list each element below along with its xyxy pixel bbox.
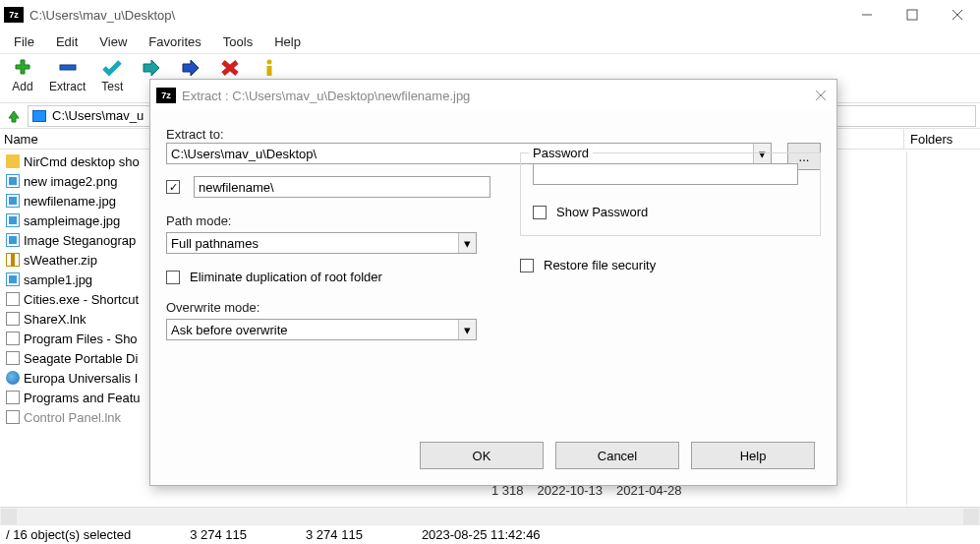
chevron-down-icon[interactable]: ▾: [458, 233, 476, 253]
overwrite-mode-value: Ask before overwrite: [171, 323, 288, 337]
lnk-icon: [6, 292, 20, 306]
password-fieldset: Password Show Password: [520, 152, 821, 236]
img-icon: [6, 233, 20, 247]
add-button[interactable]: Add: [6, 56, 39, 95]
help-button[interactable]: Help: [691, 442, 815, 469]
file-name: Programs and Featu: [24, 391, 141, 405]
chevron-down-icon[interactable]: ▾: [458, 320, 476, 339]
column-folders[interactable]: Folders: [904, 129, 980, 149]
arrow-right-blue-icon: [178, 58, 203, 78]
overwrite-mode-label: Overwrite mode:: [166, 300, 490, 315]
status-selection: / 16 object(s) selected: [6, 527, 131, 542]
plus-icon: [10, 58, 35, 78]
globe-icon: [6, 371, 20, 385]
lnk-icon: [6, 351, 20, 365]
info-icon: [257, 58, 282, 78]
x-icon: [217, 58, 243, 78]
show-password-checkbox[interactable]: [533, 206, 547, 219]
extract-to-value: C:\Users\mav_u\Desktop\: [171, 147, 317, 161]
folders-pane: [906, 151, 980, 505]
svg-rect-4: [60, 65, 76, 70]
menu-file[interactable]: File: [4, 32, 44, 51]
svg-rect-1: [907, 10, 917, 20]
show-password-label: Show Password: [556, 205, 648, 219]
maximize-button[interactable]: [890, 0, 935, 30]
restore-security-checkbox[interactable]: [520, 259, 534, 272]
img-icon: [6, 272, 20, 286]
menu-bar: File Edit View Favorites Tools Help: [0, 30, 980, 53]
test-button[interactable]: Test: [95, 56, 129, 95]
eliminate-checkbox[interactable]: [166, 271, 180, 284]
file-name: new image2.png: [24, 174, 117, 189]
svg-rect-6: [267, 66, 272, 76]
subfolder-input[interactable]: newfilename\: [194, 176, 490, 198]
up-button[interactable]: [4, 106, 24, 126]
dialog-title: Extract : C:\Users\mav_u\Desktop\newfile…: [182, 89, 805, 103]
status-bar: / 16 object(s) selected 3 274 115 3 274 …: [0, 524, 980, 544]
restore-security-label: Restore file security: [544, 258, 656, 272]
img-icon: [6, 194, 20, 208]
move-button[interactable]: [174, 56, 207, 80]
menu-favorites[interactable]: Favorites: [139, 32, 210, 51]
path-mode-value: Full pathnames: [171, 236, 259, 251]
close-button[interactable]: [935, 0, 980, 30]
dialog-close-button[interactable]: [805, 82, 836, 109]
cancel-button[interactable]: Cancel: [555, 442, 679, 469]
file-name: Cities.exe - Shortcut: [24, 292, 139, 307]
detail-size: 1 318: [491, 483, 524, 503]
eliminate-label: Eliminate duplication of root folder: [190, 270, 382, 284]
file-name: Europa Universalis I: [24, 371, 138, 386]
menu-edit[interactable]: Edit: [46, 32, 87, 51]
subfolder-value: newfilename\: [199, 180, 274, 195]
file-name: Control Panel.lnk: [24, 410, 121, 425]
file-name: Program Files - Sho: [24, 332, 138, 346]
info-button[interactable]: [253, 56, 286, 80]
subfolder-checkbox[interactable]: [166, 180, 180, 194]
file-name: Seagate Portable Di: [24, 351, 138, 366]
status-size1: 3 274 115: [190, 527, 247, 542]
ok-button[interactable]: OK: [420, 442, 544, 469]
file-name: sampleimage.jpg: [24, 213, 120, 228]
menu-tools[interactable]: Tools: [213, 32, 262, 51]
menu-view[interactable]: View: [89, 32, 137, 51]
lnk-icon: [6, 312, 20, 326]
path-mode-label: Path mode:: [166, 213, 490, 228]
zip-icon: [6, 253, 20, 267]
arrow-right-icon: [139, 58, 164, 78]
password-input[interactable]: [533, 163, 798, 185]
img-icon: [6, 213, 20, 227]
overwrite-mode-combo[interactable]: Ask before overwrite ▾: [166, 319, 477, 340]
file-name: newfilename.jpg: [24, 194, 116, 209]
svg-point-5: [267, 60, 272, 65]
delete-button[interactable]: [213, 56, 247, 80]
dialog-title-bar[interactable]: 7z Extract : C:\Users\mav_u\Desktop\newf…: [150, 80, 836, 111]
detail-date1: 2022-10-13: [538, 483, 604, 503]
horizontal-scrollbar[interactable]: [0, 507, 980, 524]
minimize-button[interactable]: [844, 0, 890, 30]
address-text: C:\Users\mav_u: [52, 108, 144, 123]
file-name: Image Steganograp: [24, 233, 136, 248]
app-icon: 7z: [4, 7, 24, 23]
path-mode-combo[interactable]: Full pathnames ▾: [166, 232, 477, 254]
detail-row: 1 318 2022-10-13 2021-04-28: [491, 483, 682, 503]
extract-to-label: Extract to:: [166, 127, 490, 142]
app-icon: 7z: [156, 88, 176, 103]
lnk-icon: [6, 410, 20, 424]
file-name: ShareX.lnk: [24, 312, 86, 327]
add-label: Add: [12, 80, 32, 93]
file-name: NirCmd desktop sho: [24, 154, 140, 169]
copy-button[interactable]: [135, 56, 168, 80]
status-date: 2023-08-25 11:42:46: [422, 527, 541, 542]
detail-date2: 2021-04-28: [616, 483, 682, 503]
lnk-icon: [6, 332, 20, 345]
extract-button[interactable]: Extract: [45, 56, 89, 95]
monitor-icon: [32, 110, 46, 122]
test-label: Test: [101, 80, 123, 93]
menu-help[interactable]: Help: [264, 32, 311, 51]
status-size2: 3 274 115: [306, 527, 363, 542]
title-bar: 7z C:\Users\mav_u\Desktop\: [0, 0, 980, 30]
file-name: sWeather.zip: [24, 253, 97, 268]
extract-dialog: 7z Extract : C:\Users\mav_u\Desktop\newf…: [149, 79, 837, 486]
extract-label: Extract: [49, 80, 86, 93]
password-label: Password: [529, 146, 593, 160]
